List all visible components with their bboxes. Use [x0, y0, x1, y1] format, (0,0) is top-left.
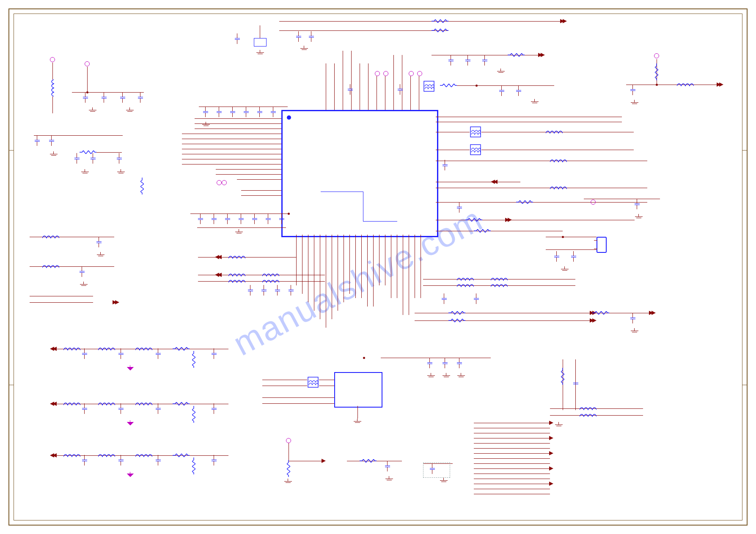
wire [182, 149, 281, 149]
wire [584, 199, 660, 199]
capacitor [239, 216, 244, 222]
wire [402, 55, 402, 110]
wire [52, 96, 53, 113]
wire [436, 122, 622, 122]
wire [289, 461, 322, 461]
frame-tick [742, 385, 748, 385]
inductor [457, 277, 474, 281]
wire [626, 85, 719, 85]
capacitor [120, 95, 125, 101]
wire [241, 190, 281, 191]
wire [397, 235, 397, 298]
inductor [135, 402, 152, 406]
wire [368, 63, 368, 110]
wire [351, 51, 352, 110]
frame-tick [8, 385, 14, 385]
wire [34, 135, 123, 136]
wire [262, 397, 334, 398]
ground [89, 107, 96, 112]
ground [97, 252, 104, 257]
inductor [546, 130, 563, 134]
capacitor [499, 88, 504, 94]
junction [562, 236, 564, 238]
capacitor [80, 269, 85, 275]
wire [182, 134, 281, 134]
inductor [262, 279, 279, 283]
wire [332, 235, 332, 319]
resistor [465, 218, 482, 222]
ferrite-bead [470, 144, 481, 156]
ground [80, 282, 88, 287]
capacitor [482, 58, 487, 63]
offpage-arrow [508, 218, 512, 222]
wire [373, 235, 374, 307]
wire [198, 257, 296, 257]
power-port [654, 53, 659, 58]
capacitor [35, 138, 40, 144]
wire [344, 235, 344, 302]
capacitor [398, 87, 403, 93]
capacitor [448, 58, 454, 63]
ground [443, 373, 450, 378]
capacitor [443, 360, 448, 366]
capacitor [82, 351, 87, 357]
agnd [127, 420, 134, 425]
inductor [228, 255, 245, 259]
inductor [63, 347, 80, 351]
capacitor [156, 406, 161, 412]
wire [481, 150, 634, 150]
capacitor [225, 216, 230, 222]
inductor [262, 273, 279, 277]
capacitor [74, 156, 80, 162]
resistor [173, 402, 190, 405]
wire [403, 235, 403, 315]
ground [497, 68, 505, 74]
ferrite-bead [470, 126, 481, 138]
capacitor [279, 216, 284, 222]
wire [72, 92, 144, 93]
dnp-box [423, 463, 450, 478]
capacitor [275, 288, 280, 293]
resistor [440, 84, 457, 87]
wire [326, 63, 326, 110]
wire [197, 227, 286, 228]
ferrite-bead [307, 376, 319, 388]
ground [440, 478, 448, 483]
capacitor [443, 162, 448, 168]
wire [182, 164, 281, 164]
mosfet [254, 38, 267, 47]
wire [385, 235, 385, 285]
resistor [508, 53, 525, 57]
inductor [491, 283, 508, 288]
power-port [375, 71, 380, 76]
resistor [655, 63, 658, 80]
power-port [409, 71, 414, 76]
frame-tick [8, 150, 14, 151]
wire [182, 154, 281, 154]
inductor [677, 82, 694, 87]
offpage-arrow [50, 453, 54, 457]
resistor [173, 347, 190, 351]
capacitor [457, 360, 462, 366]
resistor [173, 454, 190, 457]
resistor [516, 200, 533, 204]
capacitor [573, 381, 578, 386]
power-port [286, 438, 291, 443]
capacitor [571, 254, 576, 260]
ground [531, 99, 539, 104]
inductor [42, 264, 59, 268]
pin1-dot [287, 115, 291, 120]
ground [385, 476, 393, 481]
ground [50, 151, 58, 156]
inductor [135, 453, 152, 457]
ground [631, 328, 638, 333]
wire [216, 169, 281, 170]
capacitor [252, 216, 257, 222]
power-port [85, 61, 90, 66]
wire [237, 179, 281, 180]
wire [216, 174, 281, 175]
offpage-arrow [215, 273, 219, 277]
wire [410, 76, 411, 110]
ground [457, 373, 465, 378]
capacitor [156, 351, 161, 357]
